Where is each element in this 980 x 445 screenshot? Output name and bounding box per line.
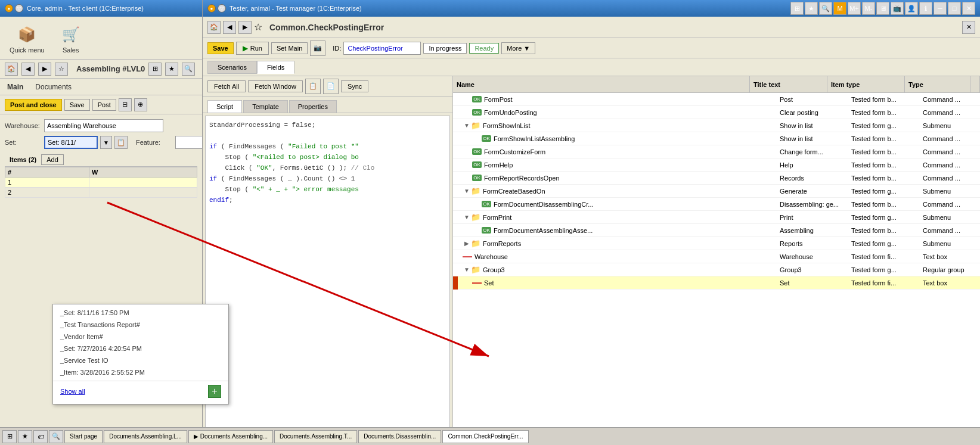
feature-input[interactable] — [175, 136, 202, 149]
expand-formcreatebasedon[interactable]: ▼ — [463, 187, 471, 195]
quick-menu-item-1[interactable]: 📦 Quick menu — [5, 20, 49, 56]
right-star-btn[interactable]: ☆ — [254, 21, 262, 33]
barcode-icon[interactable]: ⊟ — [119, 98, 132, 111]
taskbar-star-icon[interactable]: ★ — [18, 430, 32, 443]
right-nav-monitor[interactable]: 🖥 — [876, 2, 889, 15]
tab-properties[interactable]: Properties — [289, 100, 337, 113]
run-button[interactable]: ▶ Run — [236, 42, 269, 55]
dropdown-item-1[interactable]: _Test Transactions Report# — [53, 319, 228, 331]
right-nav-user[interactable]: 👤 — [905, 2, 918, 15]
quick-menu-item-2[interactable]: 🛒 Sales — [54, 20, 88, 56]
tab-fields[interactable]: Fields — [257, 61, 294, 74]
right-nav-mminus[interactable]: M- — [862, 2, 875, 15]
star-icon[interactable]: ☆ — [55, 63, 68, 76]
tree-row-formcreatebasedon[interactable]: ▼ 📁 FormCreateBasedOn Generate Tested fo… — [453, 185, 980, 198]
right-forward-icon[interactable]: ▶ — [238, 21, 252, 34]
dropdown-item-4[interactable]: _Service Test IO — [53, 354, 228, 366]
expand-formreports[interactable]: ▶ — [463, 239, 471, 248]
right-nav-monitor2[interactable]: 📺 — [891, 2, 904, 15]
bookmark-icon[interactable]: ★ — [165, 63, 178, 76]
extra-btn[interactable]: ⊕ — [134, 98, 147, 111]
warehouse-input[interactable] — [44, 119, 163, 132]
tree-row-formprint[interactable]: ▼ 📁 FormPrint Print Tested form g... Sub… — [453, 211, 980, 224]
tree-row-formassembling[interactable]: OK FormDocumentAssemblingAsse... Assembl… — [453, 224, 980, 237]
right-home-icon[interactable]: 🏠 — [207, 21, 221, 34]
post-and-close-button[interactable]: Post and close — [5, 99, 62, 111]
tab-script[interactable]: Script — [207, 100, 242, 113]
subnav-documents[interactable]: Documents — [33, 82, 74, 92]
expand-formprint[interactable]: ▼ — [463, 213, 471, 222]
taskbar-tag-icon[interactable]: 🏷 — [33, 430, 48, 443]
taskbar-item-3[interactable]: Documents.Assembling.T... — [274, 430, 357, 443]
table-row[interactable]: 2 — [5, 188, 197, 198]
dropdown-item-2[interactable]: _Vendor Item# — [53, 331, 228, 343]
taskbar-item-2[interactable]: ▶ Documents.Assembling... — [188, 430, 273, 443]
table-row[interactable]: 1 — [5, 178, 197, 188]
set-input[interactable] — [44, 136, 98, 149]
tree-row-formreportrecords[interactable]: OK FormReportRecordsOpen Records Tested … — [453, 172, 980, 185]
close-tab-icon[interactable]: ✕ — [962, 21, 975, 34]
add-item-button[interactable]: Add — [41, 154, 64, 165]
dropdown-item-0[interactable]: _Set: 8/11/16 17:50 PM — [53, 307, 228, 319]
right-nav-max[interactable]: □ — [948, 2, 961, 15]
set-open-icon[interactable]: 📋 — [114, 136, 128, 149]
set-dropdown-btn[interactable]: ▼ — [100, 136, 112, 149]
search-icon[interactable]: 🔍 — [182, 63, 195, 76]
taskbar-grid-icon[interactable]: ⊞ — [2, 430, 17, 443]
right-nav-bookmark[interactable]: ★ — [805, 2, 818, 15]
tree-row-set[interactable]: — Set Set Tested form fi... Text box — [453, 276, 980, 290]
tree-row-formshowinlistassembling[interactable]: OK FormShowInListAssembling Show in list… — [453, 132, 980, 145]
left-circle-btn-1[interactable]: ● — [5, 4, 13, 13]
home-icon[interactable]: 🏠 — [5, 63, 18, 76]
save-button[interactable]: Save — [64, 99, 90, 111]
taskbar-search-icon[interactable]: 🔍 — [49, 430, 63, 443]
taskbar-item-5[interactable]: Common.CheckPostingErr... — [442, 430, 528, 443]
expand-group3[interactable]: ▼ — [463, 266, 471, 274]
tree-row-group3[interactable]: ▼ 📁 Group3 Group3 Tested form g... Regul… — [453, 263, 980, 276]
forward-icon[interactable]: ▶ — [38, 63, 51, 76]
more-button[interactable]: More ▼ — [501, 42, 535, 54]
right-nav-grid[interactable]: ⊞ — [790, 2, 804, 15]
id-input[interactable] — [343, 42, 421, 55]
subnav-main[interactable]: Main — [5, 82, 26, 92]
right-nav-min[interactable]: ─ — [934, 2, 947, 15]
fetch-all-button[interactable]: Fetch All — [207, 80, 246, 92]
tab-scenarios[interactable]: Scenarios — [207, 61, 257, 74]
tree-row-formundoposting[interactable]: OK FormUndoPosting Clear posting Tested … — [453, 106, 980, 119]
right-nav-search[interactable]: 🔍 — [819, 2, 832, 15]
tree-row-formpost[interactable]: OK FormPost Post Tested form b... Comman… — [453, 93, 980, 106]
screenshot-icon[interactable]: 📷 — [310, 41, 325, 56]
grid-icon[interactable]: ⊞ — [148, 63, 162, 76]
show-all-link[interactable]: Show all — [60, 388, 85, 395]
add-green-button[interactable]: + — [208, 385, 221, 398]
taskbar-item-4[interactable]: Documents.Disassemblin... — [358, 430, 441, 443]
tree-row-formdisassembling[interactable]: OK FormDocumentDisassemblingCr... Disass… — [453, 198, 980, 211]
right-nav-mplus[interactable]: M+ — [848, 2, 861, 15]
tree-row-formhelp[interactable]: OK FormHelp Help Tested form b... Comman… — [453, 158, 980, 172]
left-circle-btn-2[interactable]: ▽ — [15, 4, 23, 13]
right-nav-m[interactable]: M — [833, 2, 846, 15]
tab-template[interactable]: Template — [243, 100, 288, 113]
taskbar-item-1[interactable]: Documents.Assembling.L... — [104, 430, 187, 443]
fetch-copy-icon[interactable]: 📋 — [305, 79, 321, 94]
tree-row-formcustomizeform[interactable]: OK FormCustomizeForm Change form... Test… — [453, 145, 980, 158]
post-button[interactable]: Post — [92, 99, 116, 111]
right-back-icon[interactable]: ◀ — [223, 21, 236, 34]
right-circle-btn-1[interactable]: ● — [207, 4, 216, 13]
dropdown-item-3[interactable]: _Set: 7/27/2016 4:20:54 PM — [53, 343, 228, 354]
taskbar-startpage[interactable]: Start page — [64, 430, 103, 443]
right-circle-btn-2[interactable]: ▽ — [218, 4, 226, 13]
tree-row-formshowinlist[interactable]: ▼ 📁 FormShowInList Show in list Tested f… — [453, 119, 980, 132]
dropdown-item-5[interactable]: _Item: 3/28/2016 2:55:52 PM — [53, 366, 228, 378]
back-icon[interactable]: ◀ — [21, 63, 35, 76]
save-and-close-button[interactable]: Save — [207, 42, 234, 54]
fetch-window-button[interactable]: Fetch Window — [248, 80, 303, 92]
expand-formshowinlist[interactable]: ▼ — [463, 122, 471, 130]
tree-row-formreports[interactable]: ▶ 📁 FormReports Reports Tested form g...… — [453, 237, 980, 250]
right-nav-close[interactable]: ✕ — [962, 2, 975, 15]
script-area[interactable]: StandardProcessing = false; if ( FindMes… — [205, 116, 450, 435]
fetch-paste-icon[interactable]: 📄 — [323, 79, 339, 94]
tree-row-warehouse[interactable]: — Warehouse Warehouse Tested form fi... … — [453, 250, 980, 263]
right-nav-info[interactable]: ℹ — [919, 2, 932, 15]
set-main-button[interactable]: Set Main — [271, 42, 308, 54]
